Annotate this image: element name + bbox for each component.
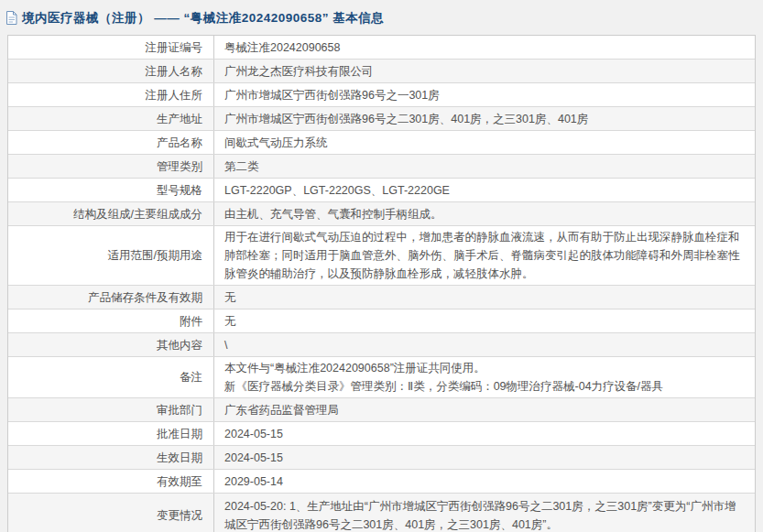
- row-value-cell: LGT-2220GP、LGT-2220GS、LGT-2220GE: [214, 179, 755, 201]
- row-value-cell: 广州市增城区宁西街创强路96号之二301房、401房，之三301房、401房: [214, 107, 755, 130]
- table-row: 注册人名称广州龙之杰医疗科技有限公司: [8, 59, 755, 82]
- row-value: 无: [224, 312, 746, 331]
- row-value: 第二类: [224, 157, 746, 176]
- row-label-cell: 有效期至: [8, 470, 214, 493]
- row-label: 适用范围/预期用途: [108, 246, 202, 265]
- row-label-cell: 注册人名称: [8, 60, 214, 82]
- row-value: 广州龙之杰医疗科技有限公司: [224, 62, 746, 81]
- row-value: 无: [224, 288, 746, 307]
- table-row: 备注本文件与“粤械注准20242090658”注册证共同使用。新《医疗器械分类目…: [8, 356, 755, 397]
- row-value: 2024-05-20: 1、生产地址由“广州市增城区宁西街创强路96号之二301…: [224, 497, 746, 532]
- row-label-cell: 附件: [8, 309, 214, 332]
- row-label-cell: 批准日期: [8, 422, 214, 445]
- row-value-cell: 广州龙之杰医疗科技有限公司: [214, 60, 755, 82]
- row-label-cell: 适用范围/预期用途: [8, 226, 214, 285]
- row-label: 有效期至: [157, 472, 202, 491]
- row-value: 广东省药品监督管理局: [224, 401, 746, 419]
- row-label: 注册人住所: [146, 86, 203, 104]
- row-label-cell: 产品储存条件及有效期: [8, 286, 214, 309]
- row-value-cell: 广州市增城区宁西街创强路96号之一301房: [214, 83, 755, 106]
- row-label-cell: 结构及组成/主要组成成分: [8, 202, 214, 225]
- row-label-cell: 管理类别: [8, 155, 214, 178]
- row-label-cell: 产品名称: [8, 131, 214, 154]
- row-label: 注册证编号: [146, 38, 203, 57]
- row-value: 2029-05-14: [224, 472, 746, 491]
- row-label: 附件: [180, 312, 202, 331]
- table-row: 产品名称间歇式气动压力系统: [8, 130, 755, 154]
- table-row: 有效期至2029-05-14: [8, 469, 755, 493]
- row-value: 2024-05-15: [224, 425, 746, 443]
- row-label: 批准日期: [157, 425, 202, 443]
- table-row: 注册证编号粤械注准20242090658: [8, 36, 755, 59]
- row-label: 审批部门: [157, 401, 202, 419]
- row-label: 备注: [180, 368, 202, 386]
- row-label-cell: 型号规格: [8, 179, 214, 201]
- row-value-cell: 2029-05-14: [214, 470, 755, 493]
- table-row: 注册人住所广州市增城区宁西街创强路96号之一301房: [8, 82, 755, 106]
- row-value-cell: 无: [214, 286, 755, 309]
- table-row: 型号规格LGT-2220GP、LGT-2220GS、LGT-2220GE: [8, 178, 755, 201]
- table-row: 生产地址广州市增城区宁西街创强路96号之二301房、401房，之三301房、40…: [8, 106, 755, 130]
- row-value-cell: 间歇式气动压力系统: [214, 131, 755, 154]
- table-row: 变更情况2024-05-20: 1、生产地址由“广州市增城区宁西街创强路96号之…: [8, 493, 755, 532]
- table-row: 批准日期2024-05-15: [8, 421, 755, 445]
- info-table: 注册证编号粤械注准20242090658注册人名称广州龙之杰医疗科技有限公司注册…: [7, 35, 756, 532]
- row-label-cell: 变更情况: [8, 494, 214, 532]
- page-header: 境内医疗器械（注册） —— “粤械注准20242090658” 基本信息: [0, 0, 763, 27]
- table-row: 适用范围/预期用途用于在进行间歇式气动压迫的过程中，增加患者的静脉血液流速，从而…: [8, 225, 755, 285]
- row-label: 产品储存条件及有效期: [88, 288, 202, 307]
- row-label: 生产地址: [157, 110, 202, 128]
- page-title: 境内医疗器械（注册） —— “粤械注准20242090658” 基本信息: [22, 10, 384, 27]
- row-value-line: 本文件与“粤械注准20242090658”注册证共同使用。: [224, 359, 746, 377]
- row-value-cell: 用于在进行间歇式气动压迫的过程中，增加患者的静脉血液流速，从而有助于防止出现深静…: [214, 226, 755, 285]
- row-value-cell: 本文件与“粤械注准20242090658”注册证共同使用。新《医疗器械分类目录》…: [214, 357, 755, 397]
- row-value: 用于在进行间歇式气动压迫的过程中，增加患者的静脉血液流速，从而有助于防止出现深静…: [224, 228, 746, 283]
- row-value-cell: 由主机、充气导管、气囊和控制手柄组成。: [214, 202, 755, 225]
- table-row: 附件无: [8, 309, 755, 332]
- row-label: 生效日期: [157, 449, 202, 467]
- row-value: 由主机、充气导管、气囊和控制手柄组成。: [224, 205, 746, 223]
- row-label-cell: 备注: [8, 357, 214, 397]
- row-label: 型号规格: [157, 181, 202, 200]
- row-value: 间歇式气动压力系统: [224, 134, 746, 152]
- row-value-cell: 第二类: [214, 155, 755, 178]
- row-value: 粤械注准20242090658: [224, 38, 746, 57]
- table-row: 管理类别第二类: [8, 154, 755, 178]
- table-row: 审批部门广东省药品监督管理局: [8, 397, 755, 421]
- row-value: 广州市增城区宁西街创强路96号之一301房: [224, 86, 746, 104]
- row-value-cell: 2024-05-15: [214, 446, 755, 469]
- row-value-cell: \: [214, 333, 755, 356]
- row-label-cell: 其他内容: [8, 333, 214, 356]
- row-label: 结构及组成/主要组成成分: [73, 205, 202, 223]
- row-label: 注册人名称: [146, 62, 203, 81]
- row-value-cell: 广东省药品监督管理局: [214, 398, 755, 421]
- row-value-line: 新《医疗器械分类目录》管理类别：Ⅱ类，分类编码：09物理治疗器械-04力疗设备/…: [224, 377, 746, 396]
- table-row: 其他内容\: [8, 332, 755, 356]
- table-row: 生效日期2024-05-15: [8, 445, 755, 469]
- row-value: \: [224, 336, 746, 354]
- table-row: 结构及组成/主要组成成分由主机、充气导管、气囊和控制手柄组成。: [8, 201, 755, 225]
- row-value-cell: 2024-05-15: [214, 422, 755, 445]
- row-value: 2024-05-15: [224, 449, 746, 467]
- row-label-cell: 生产地址: [8, 107, 214, 130]
- row-label: 产品名称: [157, 134, 202, 152]
- row-label-cell: 生效日期: [8, 446, 214, 469]
- row-label-cell: 注册证编号: [8, 36, 214, 59]
- row-value: 广州市增城区宁西街创强路96号之二301房、401房，之三301房、401房: [224, 110, 746, 128]
- row-value-cell: 无: [214, 309, 755, 332]
- row-label-cell: 注册人住所: [8, 83, 214, 106]
- row-value: LGT-2220GP、LGT-2220GS、LGT-2220GE: [224, 181, 746, 200]
- row-label: 变更情况: [157, 506, 202, 525]
- table-row: 产品储存条件及有效期无: [8, 285, 755, 309]
- row-value-cell: 粤械注准20242090658: [214, 36, 755, 59]
- row-label: 其他内容: [157, 336, 202, 354]
- row-value-cell: 2024-05-20: 1、生产地址由“广州市增城区宁西街创强路96号之二301…: [214, 494, 755, 532]
- document-icon: [5, 11, 17, 25]
- row-label-cell: 审批部门: [8, 398, 214, 421]
- row-label: 管理类别: [157, 157, 202, 176]
